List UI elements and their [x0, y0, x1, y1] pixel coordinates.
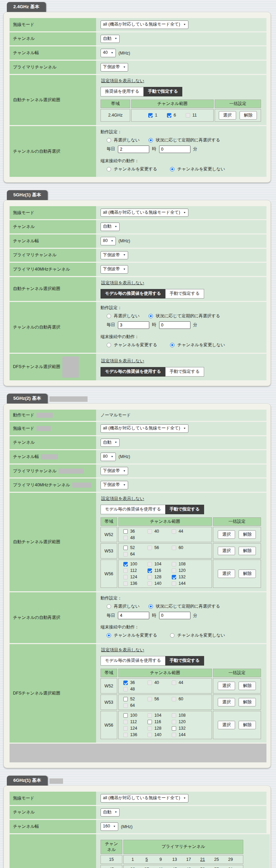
channel-checkbox[interactable] — [172, 529, 176, 534]
select-all-button[interactable]: 選択 — [218, 569, 235, 578]
channel-checkbox[interactable] — [123, 713, 128, 718]
channel-checkbox[interactable] — [172, 733, 176, 737]
channel-checkbox[interactable] — [172, 697, 176, 701]
channel-checkbox[interactable] — [172, 726, 176, 731]
keep-channel-radio[interactable] — [170, 343, 174, 347]
hide-settings-link[interactable]: 設定項目を表示しない — [101, 496, 144, 502]
select-all-button[interactable]: 選択 — [218, 547, 235, 555]
manual-specify-button[interactable]: 手動で指定する — [165, 289, 204, 299]
channel-checkbox[interactable] — [123, 726, 128, 731]
channel-checkbox[interactable] — [148, 713, 152, 718]
wireless-mode-select[interactable]: all (機器が対応している無線モード全て)▼ — [101, 209, 188, 217]
channel-select[interactable]: 自動▼ — [101, 439, 120, 447]
channel-checkbox[interactable] — [167, 113, 171, 118]
channel-checkbox[interactable] — [172, 581, 176, 586]
channel-checkbox[interactable] — [148, 726, 152, 731]
clear-all-button[interactable]: 解除 — [239, 547, 256, 555]
no-reselect-radio[interactable] — [107, 138, 111, 142]
hide-settings-link[interactable]: 設定項目を表示しない — [101, 358, 144, 364]
minute-input[interactable] — [159, 146, 190, 153]
primary-40mhz-channel-select[interactable]: 下側波帯▼ — [101, 265, 128, 274]
minute-input[interactable] — [159, 612, 190, 619]
use-recommended-button[interactable]: モデル毎の推奨値を使用する — [101, 289, 166, 299]
hour-input[interactable] — [118, 321, 149, 329]
channel-checkbox[interactable] — [123, 552, 128, 557]
channel-checkbox[interactable] — [123, 546, 128, 550]
channel-checkbox[interactable] — [148, 581, 152, 586]
channel-checkbox[interactable] — [123, 720, 128, 724]
wireless-mode-select[interactable]: all (機器が対応している無線モード全て)▼ — [101, 424, 188, 433]
select-all-button[interactable]: 選択 — [218, 721, 235, 729]
primary-channel-select[interactable]: 下側波帯▼ — [101, 251, 128, 260]
channel-checkbox[interactable] — [172, 681, 176, 685]
periodic-reselect-radio[interactable] — [149, 604, 153, 609]
primary-channel-select[interactable]: 下側波帯▼ — [101, 467, 128, 475]
channel-checkbox[interactable] — [148, 113, 153, 118]
channel-width-select[interactable]: 80▼ — [101, 453, 116, 461]
manual-specify-button[interactable]: 手動で指定する — [165, 656, 204, 666]
channel-checkbox[interactable] — [148, 562, 152, 566]
clear-all-button[interactable]: 解除 — [239, 721, 256, 729]
hide-settings-link[interactable]: 設定項目を表示しない — [101, 280, 144, 286]
use-recommended-button[interactable]: 推奨値を使用する — [101, 87, 144, 96]
channel-width-select[interactable]: 160▼ — [101, 822, 118, 831]
wireless-mode-select[interactable]: all (機器が対応している無線モード全て)▼ — [101, 20, 188, 29]
change-channel-radio[interactable] — [107, 167, 111, 171]
channel-checkbox[interactable] — [123, 536, 128, 540]
change-channel-radio[interactable] — [107, 343, 111, 347]
channel-checkbox[interactable] — [148, 546, 152, 550]
channel-checkbox[interactable] — [148, 697, 152, 701]
select-all-button[interactable]: 選択 — [219, 111, 236, 120]
change-channel-radio[interactable] — [107, 633, 111, 638]
select-all-button[interactable]: 選択 — [218, 530, 235, 539]
channel-select[interactable]: 自動▼ — [101, 223, 120, 231]
hide-settings-link[interactable]: 設定項目を表示しない — [101, 78, 144, 84]
select-all-button[interactable]: 選択 — [218, 682, 235, 690]
clear-all-button[interactable]: 解除 — [239, 682, 256, 690]
channel-checkbox[interactable] — [172, 720, 176, 724]
channel-checkbox[interactable] — [123, 733, 128, 737]
channel-checkbox[interactable] — [148, 575, 152, 579]
clear-all-button[interactable]: 解除 — [239, 698, 256, 706]
channel-checkbox[interactable] — [123, 568, 128, 573]
use-recommended-button[interactable]: モデル毎の推奨値を使用する — [101, 505, 166, 514]
manual-specify-button[interactable]: 手動で指定する — [165, 505, 204, 514]
channel-checkbox[interactable] — [148, 568, 152, 573]
hide-settings-link[interactable]: 設定項目を表示しない — [101, 647, 144, 653]
channel-checkbox[interactable] — [172, 568, 176, 573]
channel-checkbox[interactable] — [123, 581, 128, 586]
clear-all-button[interactable]: 解除 — [239, 530, 256, 539]
periodic-reselect-radio[interactable] — [149, 314, 153, 318]
channel-checkbox[interactable] — [123, 687, 128, 691]
select-all-button[interactable]: 選択 — [218, 698, 235, 706]
channel-checkbox[interactable] — [186, 113, 190, 118]
channel-checkbox[interactable] — [148, 681, 152, 685]
channel-width-select[interactable]: 80▼ — [101, 237, 116, 245]
periodic-reselect-radio[interactable] — [149, 138, 153, 142]
channel-checkbox[interactable] — [123, 681, 128, 685]
channel-checkbox[interactable] — [172, 713, 176, 718]
keep-channel-radio[interactable] — [170, 633, 174, 638]
channel-checkbox[interactable] — [123, 703, 128, 708]
manual-specify-button[interactable]: 手動で指定する — [165, 367, 204, 377]
channel-checkbox[interactable] — [148, 720, 152, 724]
clear-all-button[interactable]: 解除 — [240, 111, 257, 120]
wireless-mode-select[interactable]: all (機器が対応している無線モード全て)▼ — [101, 794, 188, 803]
channel-checkbox[interactable] — [123, 529, 128, 534]
hour-input[interactable] — [118, 612, 149, 619]
channel-width-select[interactable]: 40▼ — [101, 49, 116, 57]
channel-checkbox[interactable] — [148, 529, 152, 534]
channel-checkbox[interactable] — [172, 562, 176, 566]
no-reselect-radio[interactable] — [107, 604, 111, 609]
channel-checkbox[interactable] — [148, 733, 152, 737]
channel-checkbox[interactable] — [123, 697, 128, 701]
keep-channel-radio[interactable] — [170, 167, 174, 171]
channel-checkbox[interactable] — [172, 546, 176, 550]
manual-specify-button[interactable]: 手動で指定する — [143, 87, 182, 96]
minute-input[interactable] — [159, 321, 190, 329]
channel-checkbox[interactable] — [123, 575, 128, 579]
clear-all-button[interactable]: 解除 — [239, 569, 256, 578]
primary-40mhz-channel-select[interactable]: 下側波帯▼ — [101, 481, 128, 489]
channel-select[interactable]: 自動▼ — [101, 35, 120, 43]
channel-checkbox[interactable] — [172, 575, 176, 579]
